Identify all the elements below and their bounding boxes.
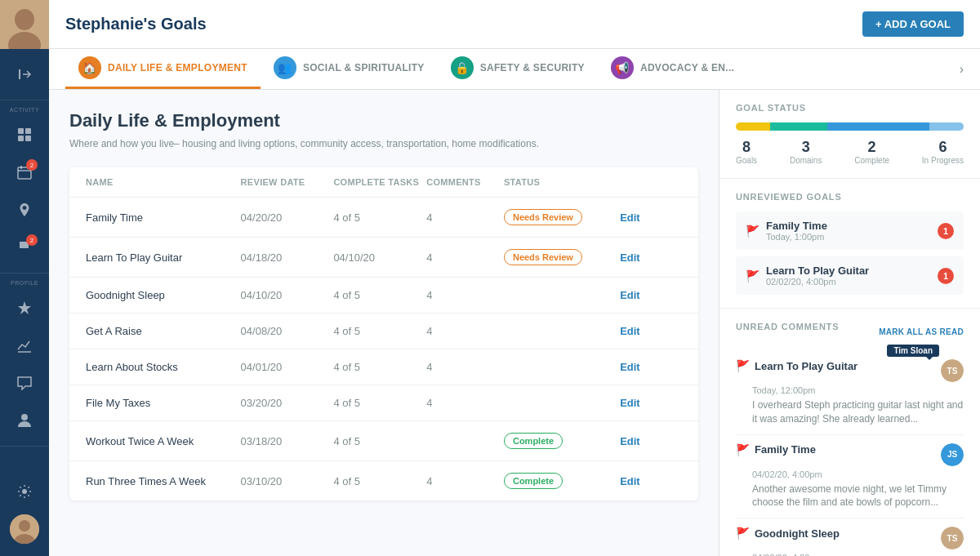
col-name: Name <box>86 177 241 187</box>
edit-button[interactable]: Edit <box>620 251 640 264</box>
flag-icon[interactable]: 2 <box>8 231 41 264</box>
comment-avatar: TS <box>941 359 964 382</box>
cell-comments: 4 <box>426 361 504 373</box>
table-row: Learn About Stocks 04/01/20 4 of 5 4 Edi… <box>69 349 698 385</box>
edit-button[interactable]: Edit <box>620 361 640 373</box>
edit-button[interactable]: Edit <box>620 435 640 447</box>
comment-flag-icon: 🚩 <box>736 359 750 372</box>
add-goal-button[interactable]: + ADD A GOAL <box>862 11 964 37</box>
progress-light-blue <box>929 122 964 131</box>
cell-comments: 4 <box>426 251 504 264</box>
unread-heading: UNREAD COMMENTS <box>736 322 839 331</box>
profile-group: PROFILE <box>0 274 49 447</box>
user-avatar-bottom[interactable] <box>10 514 39 544</box>
left-panel: Daily Life & Employment Where and how yo… <box>49 90 719 556</box>
comment-flag-icon: 🚩 <box>736 443 750 456</box>
unreviewed-item[interactable]: 🚩 Family Time Today, 1:00pm 1 <box>736 211 964 250</box>
avatar-circle: TS <box>941 359 964 382</box>
unreviewed-heading: UNREVIEWED GOALS <box>736 192 964 202</box>
calendar-icon[interactable]: 2 <box>8 156 41 189</box>
tab-label-safety: SAFETY & SECURITY <box>480 62 585 73</box>
comment-flag-icon: 🚩 <box>736 527 750 540</box>
comment-goal-name: Goodnight Sleep <box>755 527 840 540</box>
cell-comments: 4 <box>426 325 504 337</box>
goal-stat: 6 In Progress <box>922 139 964 165</box>
progress-teal <box>770 122 827 131</box>
goal-stat: 8 Goals <box>736 139 757 165</box>
activity-label: ACTIVITY <box>10 107 39 113</box>
tabs-bar: 🏠 DAILY LIFE & EMPLOYMENT 👥 SOCIAL & SPI… <box>49 49 980 90</box>
unreviewed-item[interactable]: 🚩 Learn To Play Guitar 02/02/20, 4:00pm … <box>736 256 964 295</box>
col-comments: Comments <box>426 177 504 187</box>
comment-item[interactable]: Tim Sloan 🚩 Learn To Play Guitar TS Toda… <box>736 351 964 435</box>
edit-button[interactable]: Edit <box>620 211 640 224</box>
gear-icon[interactable] <box>8 475 41 508</box>
tab-icon-advocacy: 📢 <box>611 56 634 79</box>
unreviewed-left: 🚩 Learn To Play Guitar 02/02/20, 4:00pm <box>746 265 869 287</box>
tab-safety[interactable]: 🔒 SAFETY & SECURITY <box>438 49 598 89</box>
unreviewed-alert: 1 <box>938 268 954 284</box>
comment-avatar: JS <box>941 443 964 466</box>
status-badge: Needs Review <box>504 249 582 265</box>
sidebar-bottom <box>8 473 41 556</box>
progress-yellow <box>736 122 770 131</box>
cell-review-date: 04/10/20 <box>241 289 334 301</box>
edit-button[interactable]: Edit <box>620 475 640 487</box>
cell-edit: Edit <box>620 325 682 337</box>
cell-complete-tasks: 4 of 5 <box>333 289 426 301</box>
col-status: Status <box>504 177 620 187</box>
tabs-chevron-right[interactable]: › <box>960 62 964 77</box>
unreviewed-name: Learn To Play Guitar <box>766 265 869 277</box>
svg-point-17 <box>19 520 30 532</box>
sidebar: ACTIVITY 2 <box>0 0 49 556</box>
tab-social[interactable]: 👥 SOCIAL & SPIRITUALITY <box>261 49 438 89</box>
svg-rect-3 <box>19 69 20 79</box>
edit-button[interactable]: Edit <box>620 325 640 337</box>
mark-all-read-button[interactable]: MARK ALL AS READ <box>879 327 964 336</box>
tab-advocacy[interactable]: 📢 ADVOCACY & EN... <box>598 49 747 89</box>
comment-item[interactable]: 🚩 Family Time JS 04/02/20, 4:00pm Anothe… <box>736 435 964 519</box>
unreviewed-date: 02/02/20, 4:00pm <box>766 277 869 287</box>
goal-stat: 2 Complete <box>854 139 889 165</box>
status-badge: Complete <box>504 433 563 449</box>
table-row: Workout Twice A Week 03/18/20 4 of 5 Com… <box>69 421 698 461</box>
star-icon[interactable] <box>8 291 41 324</box>
user-avatar-top[interactable] <box>0 0 49 49</box>
cell-name: File My Taxes <box>86 397 241 409</box>
comment-item[interactable]: 🚩 Goodnight Sleep TS 04/02/20, 4:00pm La… <box>736 518 964 556</box>
col-review-date: Review Date <box>241 177 334 187</box>
svg-marker-12 <box>18 301 31 314</box>
cell-edit: Edit <box>620 211 682 224</box>
cell-complete-tasks: 4 of 5 <box>333 397 426 409</box>
cell-status: Complete <box>504 473 620 489</box>
content-area: Daily Life & Employment Where and how yo… <box>49 90 980 556</box>
svg-rect-4 <box>18 128 24 134</box>
svg-rect-5 <box>25 128 31 134</box>
cell-review-date: 03/10/20 <box>241 475 334 487</box>
cell-review-date: 03/18/20 <box>241 435 334 447</box>
unread-comments-section: UNREAD COMMENTS MARK ALL AS READ Tim Slo… <box>719 309 980 556</box>
chat-icon[interactable] <box>8 367 41 399</box>
goal-stat-label: In Progress <box>922 156 964 165</box>
edit-button[interactable]: Edit <box>620 289 640 301</box>
exit-icon[interactable] <box>8 58 41 91</box>
chart-icon[interactable] <box>8 329 41 362</box>
goal-stat: 3 Domains <box>790 139 822 165</box>
cell-review-date: 03/20/20 <box>241 397 334 409</box>
comment-goal-name: Learn To Play Guitar <box>755 360 858 372</box>
status-badge: Complete <box>504 473 563 489</box>
page-title: Stephanie's Goals <box>65 15 207 33</box>
cell-complete-tasks: 04/10/20 <box>333 251 426 264</box>
unreviewed-name: Family Time <box>766 220 827 232</box>
cell-status: Needs Review <box>504 209 620 225</box>
goal-stat-number: 3 <box>802 139 810 156</box>
edit-button[interactable]: Edit <box>620 397 640 409</box>
goal-stat-number: 2 <box>868 139 876 156</box>
person-icon[interactable] <box>8 404 41 437</box>
cell-name: Learn About Stocks <box>86 361 241 373</box>
tab-daily-life[interactable]: 🏠 DAILY LIFE & EMPLOYMENT <box>65 49 261 89</box>
table-row: Family Time 04/20/20 4 of 5 4 Needs Revi… <box>69 198 698 238</box>
location-icon[interactable] <box>8 193 41 226</box>
dashboard-icon[interactable] <box>8 118 41 151</box>
activity-group: ACTIVITY 2 <box>0 100 49 274</box>
